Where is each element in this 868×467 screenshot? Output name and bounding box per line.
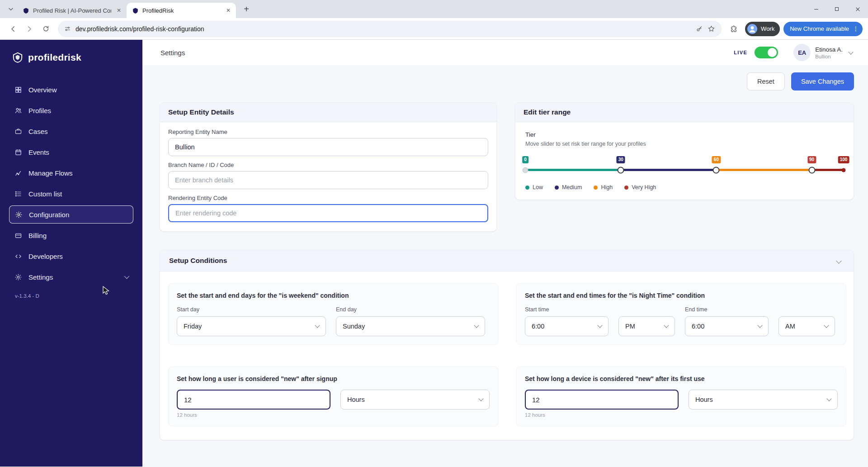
rendering-entity-code-input[interactable] xyxy=(168,204,488,222)
field-label: End day xyxy=(336,306,485,313)
tab-favicon-icon xyxy=(23,7,29,14)
slider-handle-90[interactable] xyxy=(808,167,815,173)
sidebar-item-configuration[interactable]: Configuration xyxy=(9,205,133,224)
sidebar-item-label: Configuration xyxy=(29,211,69,219)
reset-button[interactable]: Reset xyxy=(747,72,785,91)
settings-content: Reset Save Changes Setup Entity Details … xyxy=(142,65,868,467)
device-new-duration-input[interactable] xyxy=(525,390,679,410)
slider-segment-low xyxy=(525,169,621,171)
site-info-icon[interactable] xyxy=(64,25,71,32)
tab-close-icon[interactable]: ✕ xyxy=(224,6,232,14)
chrome-update-button[interactable]: New Chrome available xyxy=(783,22,863,36)
selected-value: 6:00 xyxy=(692,323,704,330)
start-day-select[interactable]: Friday xyxy=(177,316,326,336)
back-icon[interactable] xyxy=(5,21,21,37)
slider-handle-30[interactable] xyxy=(618,167,624,173)
panel-title: Set the start and end days for the "is w… xyxy=(177,292,490,299)
chevron-down-icon xyxy=(124,274,129,279)
collapse-chevron-icon[interactable] xyxy=(836,258,842,264)
live-toggle[interactable] xyxy=(755,47,778,58)
duration-helper-text: 12 hours xyxy=(525,412,679,418)
duration-helper-text: 12 hours xyxy=(177,412,330,418)
tier-description: Move slider to set risk tier range for y… xyxy=(525,141,844,147)
page-title: Settings xyxy=(160,49,185,57)
end-time-select[interactable]: 6:00 xyxy=(685,316,769,336)
bookmark-star-icon[interactable] xyxy=(708,25,715,33)
new-user-duration-panel: Set how long a user is considered "new" … xyxy=(168,367,498,426)
sidebar: profiledrisk Overview Profiles Cases Eve… xyxy=(0,40,142,467)
chevron-down-icon xyxy=(824,323,829,328)
sidebar-item-label: Manage Flows xyxy=(28,169,73,177)
slider-handle-60[interactable] xyxy=(713,167,720,173)
address-bar[interactable]: dev.profiledrisk.com/profiled-risk-confi… xyxy=(58,21,722,37)
reporting-entity-name-input[interactable] xyxy=(168,138,488,156)
app-logo[interactable]: profiledrisk xyxy=(9,52,133,63)
kebab-menu-icon[interactable] xyxy=(853,26,859,32)
browser-tab-bar: Profiled Risk | AI-Powered Cont... ✕ Pro… xyxy=(0,0,868,18)
browser-tab-active[interactable]: ProfiledRisk ✕ xyxy=(127,3,236,18)
legend-label: Medium xyxy=(562,184,582,191)
new-tab-button[interactable]: + xyxy=(240,2,253,16)
extensions-puzzle-icon[interactable] xyxy=(726,21,741,37)
start-time-select[interactable]: 6:00 xyxy=(525,316,609,336)
grid-icon xyxy=(14,86,23,94)
browser-profile-chip[interactable]: Work xyxy=(745,22,780,36)
end-day-select[interactable]: Sunday xyxy=(336,316,485,336)
url-text[interactable]: dev.profiledrisk.com/profiled-risk-confi… xyxy=(75,25,691,33)
device-new-unit-select[interactable]: Hours xyxy=(689,390,838,410)
slider-handle-start[interactable] xyxy=(523,167,528,173)
panel-title: Set how long a device is considered "new… xyxy=(525,375,838,382)
window-close-button[interactable] xyxy=(847,0,868,18)
branch-name-input[interactable] xyxy=(168,171,488,189)
calendar-icon xyxy=(14,148,23,156)
save-changes-button[interactable]: Save Changes xyxy=(791,72,854,91)
selected-value: Hours xyxy=(695,396,713,403)
forward-icon[interactable] xyxy=(22,21,37,37)
reload-icon[interactable] xyxy=(38,21,53,37)
live-label: LIVE xyxy=(734,50,747,55)
sidebar-item-cases[interactable]: Cases xyxy=(9,122,133,140)
field-label: Reporting Entity Name xyxy=(168,129,488,135)
user-new-duration-input[interactable] xyxy=(177,390,330,410)
users-icon xyxy=(14,107,23,114)
tab-search-icon[interactable] xyxy=(5,3,17,15)
window-minimize-button[interactable] xyxy=(806,0,826,18)
user-menu[interactable]: EA Etinosa A. Bullion xyxy=(793,44,853,61)
sidebar-item-profiles[interactable]: Profiles xyxy=(9,101,133,119)
sidebar-item-billing[interactable]: Billing xyxy=(9,226,133,244)
weekend-condition-panel: Set the start and end days for the "is w… xyxy=(168,283,498,345)
tier-value-badge: 30 xyxy=(617,156,625,163)
sidebar-item-overview[interactable]: Overview xyxy=(9,81,133,99)
code-icon xyxy=(14,253,23,260)
end-meridiem-select[interactable]: AM xyxy=(778,316,835,336)
sidebar-item-developers[interactable]: Developers xyxy=(9,247,133,265)
field-label: Branch Name / ID / Code xyxy=(168,162,488,168)
card-title: Edit tier range xyxy=(515,103,854,122)
window-maximize-button[interactable] xyxy=(826,0,847,18)
browser-tab-inactive[interactable]: Profiled Risk | AI-Powered Cont... ✕ xyxy=(17,3,127,18)
field-label: Rendering Entity Code xyxy=(168,195,488,201)
slider-handle-end[interactable] xyxy=(842,168,846,172)
tab-close-icon[interactable]: ✕ xyxy=(115,6,123,14)
gear-icon xyxy=(14,273,23,281)
user-new-unit-select[interactable]: Hours xyxy=(340,390,490,410)
sidebar-item-settings[interactable]: Settings xyxy=(9,268,133,286)
sidebar-item-custom-list[interactable]: Custom list xyxy=(9,185,133,203)
sidebar-item-events[interactable]: Events xyxy=(9,143,133,161)
card-title: Setup Entity Details xyxy=(160,103,496,122)
logo-text: profiledrisk xyxy=(28,52,81,63)
selected-value: Friday xyxy=(184,323,202,330)
chevron-down-icon xyxy=(664,323,669,328)
entity-details-card: Setup Entity Details Reporting Entity Na… xyxy=(160,102,497,232)
tier-range-slider[interactable]: 0 30 60 90 100 xyxy=(525,154,844,178)
chevron-down-icon[interactable] xyxy=(848,49,853,54)
start-meridiem-select[interactable]: PM xyxy=(618,316,675,336)
sidebar-item-label: Developers xyxy=(28,253,63,260)
chevron-down-icon xyxy=(597,323,602,328)
password-key-icon[interactable] xyxy=(696,25,703,33)
sidebar-item-manage-flows[interactable]: Manage Flows xyxy=(9,164,133,182)
selected-value: Sunday xyxy=(343,323,365,330)
user-name: Etinosa A. xyxy=(815,46,843,53)
slider-segment-very-high xyxy=(812,169,844,171)
tier-legend: Low Medium High Very High xyxy=(525,184,844,191)
